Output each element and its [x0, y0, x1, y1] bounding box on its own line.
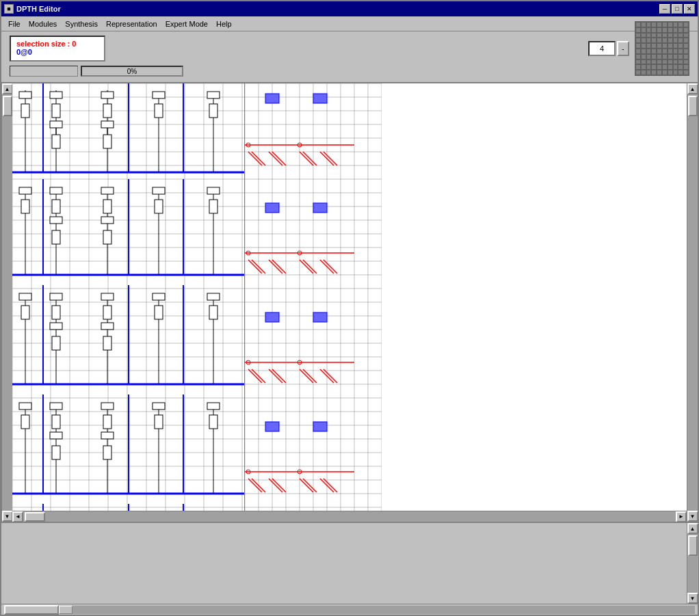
minimap-cell	[657, 27, 662, 33]
minimap-grid: // Generate 100 cells for minimap for(le…	[635, 22, 689, 75]
minimap-cell	[651, 38, 657, 43]
minimap-cell	[646, 70, 652, 75]
window-frame: ■ DPTH Editor ─ □ ✕ File Modules Synthes…	[0, 0, 699, 616]
minimap-cell	[683, 54, 689, 59]
svg-line-270	[303, 479, 317, 492]
minimap-cell	[651, 43, 657, 49]
menu-bar: File Modules Synthesis Representation Ex…	[1, 16, 698, 31]
scroll-track-left[interactable]	[2, 94, 13, 511]
minimap-cell	[635, 43, 641, 49]
scroll-right-button[interactable]: ►	[676, 511, 687, 522]
minimap: // Generate 100 cells for minimap for(le…	[635, 21, 689, 76]
svg-rect-119	[101, 293, 114, 300]
svg-line-229	[272, 152, 286, 165]
menu-help[interactable]: Help	[212, 18, 236, 29]
zoom-input[interactable]	[588, 41, 616, 56]
status-bar	[1, 604, 698, 615]
svg-rect-131	[209, 306, 217, 319]
left-schematic-svg	[12, 83, 245, 511]
minimap-cell	[646, 64, 652, 70]
minimap-cell	[635, 22, 641, 27]
svg-rect-88	[52, 200, 60, 213]
scroll-down-right-button[interactable]: ▼	[687, 511, 698, 522]
scroll-thumb-bottom[interactable]	[688, 535, 698, 556]
svg-rect-152	[153, 403, 165, 410]
title-bar: ■ DPTH Editor ─ □ ✕	[1, 1, 698, 16]
menu-representation[interactable]: Representation	[102, 18, 161, 29]
minimap-cell	[657, 33, 662, 38]
bottom-content	[1, 523, 687, 604]
progress-bar: 0%	[81, 66, 183, 77]
schematic-canvas[interactable]	[12, 83, 687, 511]
scroll-track-right[interactable]	[687, 94, 698, 511]
scroll-h-track[interactable]	[23, 511, 676, 522]
minimap-cell	[641, 64, 646, 70]
minimap-cell	[641, 27, 646, 33]
minimap-cell	[678, 54, 683, 59]
minimap-cell	[668, 43, 673, 49]
status-thumb[interactable]	[59, 606, 72, 614]
svg-line-257	[303, 369, 317, 383]
svg-rect-148	[103, 415, 111, 429]
minimap-cell	[683, 49, 689, 54]
minimap-cell	[641, 38, 646, 43]
bottom-panel: ▲ ▼	[1, 522, 698, 604]
svg-rect-124	[103, 336, 111, 350]
zoom-control: -	[588, 41, 629, 56]
minimap-cell	[651, 49, 657, 54]
minimap-cell	[641, 54, 646, 59]
minimap-cell	[646, 22, 652, 27]
minimap-cell	[683, 59, 689, 65]
minimap-cell	[646, 33, 652, 38]
menu-file[interactable]: File	[4, 18, 25, 29]
minimap-cell	[651, 27, 657, 33]
svg-rect-102	[207, 187, 220, 194]
scroll-up-right-button[interactable]: ▲	[687, 83, 698, 94]
scroll-down-button[interactable]: ▼	[2, 511, 13, 522]
minimap-cell	[635, 54, 641, 59]
minimap-cell	[651, 64, 657, 70]
scroll-up-button[interactable]: ▲	[2, 83, 13, 94]
svg-rect-50	[19, 92, 31, 98]
minimap-cell	[641, 22, 646, 27]
minimap-cell	[646, 38, 652, 43]
svg-rect-94	[103, 200, 111, 213]
svg-rect-84	[21, 200, 29, 213]
scroll-h-thumb[interactable]	[25, 512, 45, 522]
scroll-thumb-left[interactable]	[3, 96, 12, 116]
svg-line-233	[324, 152, 337, 165]
bottom-right-scrollbar: ▲ ▼	[687, 523, 698, 604]
menu-synthesis[interactable]: Synthesis	[61, 18, 102, 29]
svg-rect-221	[265, 94, 279, 103]
minimap-cell	[646, 59, 652, 65]
minimap-cell	[683, 43, 689, 49]
scroll-left-button[interactable]: ◄	[12, 511, 23, 522]
maximize-button[interactable]: □	[672, 4, 683, 14]
minimap-cell	[662, 59, 668, 65]
svg-rect-142	[52, 415, 60, 429]
scroll-track-bottom[interactable]	[687, 534, 698, 593]
svg-line-252	[248, 369, 262, 383]
minimap-cell	[635, 59, 641, 65]
minimap-cell	[678, 59, 683, 65]
svg-rect-156	[207, 403, 220, 410]
minimap-cell	[635, 49, 641, 54]
scroll-down-bottom-button[interactable]: ▼	[687, 593, 698, 604]
svg-rect-125	[153, 293, 165, 300]
menu-expert-mode[interactable]: Expert Mode	[161, 18, 212, 29]
svg-line-256	[300, 369, 313, 383]
zoom-minus-button[interactable]: -	[617, 41, 629, 56]
status-track[interactable]	[59, 606, 695, 614]
scroll-thumb-right[interactable]	[688, 96, 698, 116]
minimize-button[interactable]: ─	[659, 4, 670, 14]
scroll-up-bottom-button[interactable]: ▲	[687, 523, 698, 534]
header-area: selection size : 0 0@0 - // Generate 100…	[1, 31, 698, 83]
menu-modules[interactable]: Modules	[25, 18, 62, 29]
minimap-cell	[657, 54, 662, 59]
svg-rect-234	[265, 203, 279, 213]
svg-rect-136	[19, 403, 31, 410]
right-schematic-svg	[245, 83, 382, 511]
status-btn[interactable]	[4, 605, 59, 615]
minimap-cell	[657, 70, 662, 75]
close-button[interactable]: ✕	[684, 4, 695, 14]
